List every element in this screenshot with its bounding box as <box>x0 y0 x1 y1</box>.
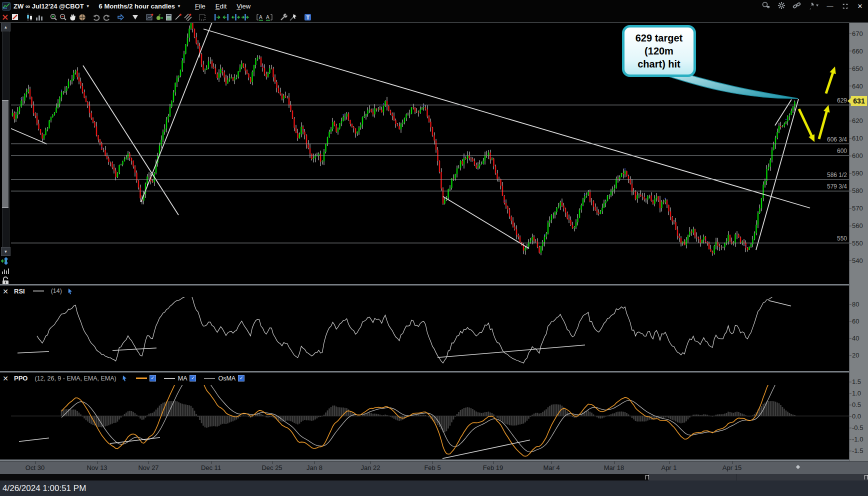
price-tick-660: 660 <box>852 47 863 54</box>
maximize-icon <box>842 4 848 9</box>
mini-chart-icon[interactable] <box>2 268 10 274</box>
price-tick-640: 640 <box>852 82 863 90</box>
expand-left-icon[interactable] <box>222 12 231 22</box>
quote-search-icon[interactable] <box>762 2 770 11</box>
rsi-close-button[interactable]: ✕ <box>2 288 10 296</box>
left-gutter: ▲ ▼ <box>0 22 11 461</box>
date-label-oct-30: Oct 30 <box>26 464 44 472</box>
redo-icon[interactable] <box>102 12 111 22</box>
link-charts-icon[interactable] <box>792 2 801 11</box>
ppo-osma-checkbox[interactable]: ✓ <box>238 375 244 382</box>
expand-horizontal-icon[interactable] <box>231 12 240 22</box>
cursor-measure-icon[interactable] <box>288 12 298 22</box>
horizontal-scrollbar-thumb[interactable] <box>0 474 648 480</box>
label-left-icon[interactable]: A <box>255 12 264 22</box>
trading-app-window: ZW ∞ Jul12'24 @CBOT ▼ 6 Months/2 hour ca… <box>0 0 868 496</box>
timeframe-label: 6 Months/2 hour candles <box>99 2 175 10</box>
close-button[interactable]: ✕ <box>856 2 864 10</box>
app-logo-icon <box>2 2 10 10</box>
undo-icon[interactable] <box>92 12 102 22</box>
ppo-drag-hand-icon[interactable] <box>122 375 128 382</box>
pin-icon[interactable] <box>808 2 819 11</box>
ppo-params: (12, 26, 9 - EMA, EMA, EMA) <box>34 375 116 382</box>
symbol-label: ZW ∞ Jul12'24 @CBOT <box>14 2 84 10</box>
rsi-line-swatch <box>33 290 44 292</box>
date-label-feb-19: Feb 19 <box>483 464 503 472</box>
date-label-mar-4: Mar 4 <box>543 464 560 472</box>
menu-view[interactable]: View <box>236 2 250 10</box>
wrench-icon[interactable] <box>279 12 288 22</box>
price-tick-610: 610 <box>852 134 863 142</box>
date-label-mar-18: Mar 18 <box>604 464 624 472</box>
menu-file[interactable]: File <box>195 2 206 10</box>
status-bar: 4/26/2024 1:00:51 PM <box>0 480 868 496</box>
chart-close-icon[interactable] <box>1 12 10 22</box>
rsi-tick-60: 60 <box>852 318 859 325</box>
chart-settings-icon[interactable] <box>145 12 154 22</box>
svg-text:T: T <box>306 14 310 20</box>
ppo-panel-separator[interactable] <box>0 371 849 372</box>
crosshair-icon[interactable] <box>78 12 87 22</box>
ppo-ma-swatch <box>164 378 175 379</box>
settings-gear-icon[interactable] <box>778 2 786 11</box>
pointer-arrow-icon[interactable] <box>116 12 126 22</box>
timeframe-selector[interactable]: 6 Months/2 hour candles ▼ <box>99 2 181 10</box>
filter-triangle-icon[interactable] <box>130 12 140 22</box>
symbol-selector[interactable]: ZW ∞ Jul12'24 @CBOT ▼ <box>14 2 90 10</box>
price-axis[interactable]: 6706606506406306206106005905805705605505… <box>849 22 868 461</box>
scroll-up-button[interactable]: ▲ <box>1 22 10 32</box>
trendline-tool-icon[interactable] <box>174 12 183 22</box>
rsi-title: RSI <box>14 288 25 295</box>
ppo-ma-checkbox[interactable]: ✓ <box>190 375 196 382</box>
scrollbar-grip-icon <box>646 475 649 480</box>
compress-bars-icon[interactable] <box>1 256 10 266</box>
main-toolbar: AAT <box>0 12 868 22</box>
svg-text:A: A <box>266 14 270 20</box>
last-price-tag: 631 <box>851 96 867 106</box>
minimize-button[interactable]: — <box>826 2 834 10</box>
ppo-tick-1.5: 1.5 <box>852 378 861 386</box>
expand-right-icon[interactable] <box>212 12 222 22</box>
rsi-panel-separator[interactable] <box>0 284 849 286</box>
text-tool-icon[interactable]: T <box>303 12 312 22</box>
date-label-jan-8: Jan 8 <box>306 464 322 472</box>
maximize-button[interactable] <box>841 2 849 10</box>
rsi-header: RSI (14) <box>11 286 849 296</box>
bar-chart-icon[interactable] <box>34 12 44 22</box>
menu-edit[interactable]: Edit <box>216 2 226 10</box>
date-label-dec-25: Dec 25 <box>262 464 282 472</box>
date-label-apr-1: Apr 1 <box>661 464 676 472</box>
callout-line1: 629 target <box>636 32 683 44</box>
vertical-scrollbar-thumb[interactable] <box>2 100 8 208</box>
ppo-tick--0.5: -0.5 <box>852 424 863 432</box>
chart-plot-area[interactable] <box>10 23 850 461</box>
label-right-icon[interactable]: A <box>264 12 274 22</box>
horizontal-scrollbar[interactable] <box>0 474 868 480</box>
symbol-caret-icon: ▼ <box>86 4 90 8</box>
ppo-checkbox[interactable]: ✓ <box>150 375 156 382</box>
annotation-callout[interactable]: 629 target (120m chart) hit <box>622 25 696 77</box>
ppo-ma-label: MA <box>178 375 188 382</box>
rsi-drag-hand-icon[interactable] <box>67 288 74 294</box>
zoom-out-icon[interactable] <box>58 12 68 22</box>
pan-hand-icon[interactable] <box>68 12 78 22</box>
ppo-close-button[interactable]: ✕ <box>2 374 10 382</box>
scroll-down-button[interactable]: ▼ <box>1 247 10 256</box>
multi-trendline-icon[interactable] <box>183 12 192 22</box>
price-tick-620: 620 <box>852 117 863 124</box>
candlestick-chart-icon[interactable] <box>25 12 34 22</box>
chart-top-border <box>0 22 868 23</box>
orders-icon[interactable] <box>154 12 164 22</box>
last-price-value: 631 <box>853 97 864 105</box>
price-tick-540: 540 <box>852 256 863 264</box>
date-label-nov-13: Nov 13 <box>86 464 107 472</box>
date-axis[interactable]: Oct 30 Nov 13 Nov 27 Dec 11 Dec 25 Jan 8… <box>0 461 868 474</box>
callout-line3: chart) hit <box>638 58 680 70</box>
selection-box-icon[interactable] <box>198 12 207 22</box>
calculator-icon[interactable] <box>164 12 174 22</box>
ppo-tick-0.5: 0.5 <box>852 401 861 408</box>
chart-edit-icon[interactable] <box>10 12 20 22</box>
zoom-in-icon[interactable] <box>49 12 58 22</box>
price-tick-600: 600 <box>852 152 863 160</box>
compress-horizontal-icon[interactable] <box>240 12 250 22</box>
